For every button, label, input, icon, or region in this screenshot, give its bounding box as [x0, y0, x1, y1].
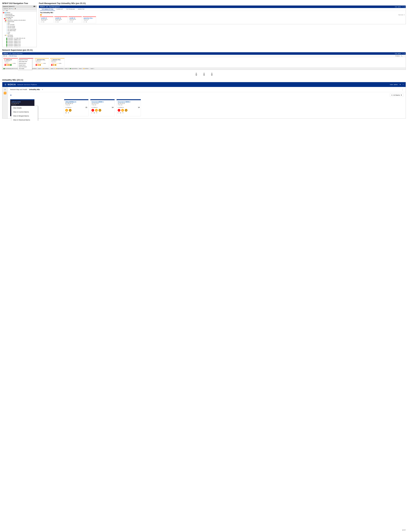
tree-item-card-2[interactable]: ⬤ ⚙ Card Slot - 2 (EMPTY), OK — [3, 39, 36, 41]
ns-menu-icon[interactable]: ☰ — [3, 55, 5, 57]
circle-icon: ☺ — [56, 21, 57, 22]
tree-item-isa-tunnel[interactable]: 📄 ISA-Tunnel Groups — [3, 28, 36, 30]
tree-item-fwnes[interactable]: ⬤ ▶ 📁 FW NEs — [3, 18, 36, 19]
ns-more-icon[interactable]: ⋮ — [403, 55, 405, 57]
ns-layout-icon[interactable]: ≡ — [399, 55, 400, 57]
ns-back-btn[interactable]: ← 7750 SR Group — [8, 55, 17, 57]
ne-card-4[interactable]: Assurance-MDM-2 16.16.16.16 7750 SR # of… — [117, 99, 141, 116]
ne-card-2-header — [64, 99, 88, 100]
subheader-more-icon[interactable]: ⋮ — [401, 88, 403, 91]
ctx-view-current-alarms[interactable]: View in Current Alarms — [11, 110, 38, 114]
ns-sort-icon[interactable]: ⇅ — [396, 55, 397, 57]
ctx-view-details[interactable]: View Details — [11, 106, 38, 110]
tree-item-gms[interactable]: 📄 GMs — [3, 23, 36, 24]
side-nav-home-icon[interactable]: ⌂ — [4, 88, 6, 91]
ns-window: NOKIA NSP Network Supervision User: admi… — [2, 52, 406, 70]
ne-alarm-M-4: M — [121, 109, 124, 112]
tree-item-isa-aa[interactable]: 📄 ISA-AA Groups — [3, 24, 36, 26]
ne-card-2-metric-value: 21 — [85, 106, 87, 108]
breadcrumb-unhealthy-nes[interactable]: Unhealthy NEs — [29, 89, 40, 90]
app-body: ⌂ 🔽 Network Map and Health Unhealthy NEs… — [2, 87, 406, 119]
side-nav-filter-icon[interactable]: 🔽 — [4, 92, 7, 94]
ctx-open-ne-session[interactable]: Open NE Session — [18, 66, 32, 68]
nfm-section: NFM-P GUI Navigation Tree Equipment: Net… — [2, 2, 37, 47]
ns-card-1[interactable]: mt0G1L4A40 92.168.26.50 7750 5d-7 12 (91… — [3, 58, 18, 67]
ns-search-icon[interactable]: 🔍 — [401, 55, 402, 57]
tree-item-logical-groups[interactable]: ▶ 📁 Logical Groups — [3, 21, 36, 23]
fm-card-1[interactable]: sim169_45 38.120.169.45 7MAN XRS # ☺ ⊕ — [40, 17, 53, 23]
tree-item-preprovisioned[interactable]: 📄 Pre-Provisioned NEs — [3, 15, 36, 17]
ns-header-left: NOKIA NSP Network Supervision — [3, 53, 23, 54]
tree-item-network[interactable]: ⬤ ▶ 🌐 Network — [3, 12, 36, 14]
ne-alarm-m-2: m — [69, 109, 71, 112]
tree-item-7450[interactable]: ⬤ ⚙ 7450-ESS12, sim169_45, 38.120.169.45 — [3, 19, 36, 21]
fm-page-title: Top Unhealthy NEs — [40, 12, 405, 13]
fm-card-4[interactable]: gmanchan-nfmp... 11.11.11.11 7741 CO # ☺… — [83, 17, 96, 23]
ne-card-2-metric-label: # of Alarms — [65, 107, 71, 108]
fm-help-icon[interactable]: ? — [402, 6, 403, 8]
ctx-view-details[interactable]: View Details — [18, 68, 32, 69]
tree-item-aps-routes[interactable]: ▶ 📁 APS Routes — [3, 34, 36, 36]
ns-help-icon[interactable]: ? — [402, 53, 403, 54]
ne-card-3-header — [90, 99, 115, 100]
fm-tab-problems[interactable]: TOP PROBLEMS — [65, 8, 76, 11]
ne-card-3[interactable]: AssuranceMDM-1 15.15.15.15 7750 SR # of … — [90, 99, 115, 116]
tree-item-card-6[interactable]: ⬤ ⚙ Card Slot - 6 (EMPTY), OK — [3, 45, 36, 47]
tree-item-card-5[interactable]: ⬤ ⚙ Card Slot - 5 (EMPTY), OK — [3, 43, 36, 45]
tree-item-unmanaged[interactable]: 📄 Unmanaged NEs — [3, 17, 36, 18]
hamburger-icon[interactable]: ☰ — [5, 83, 6, 86]
tree-item-isa-video[interactable]: 📄 ISA-Video Groups — [3, 30, 36, 32]
tree-item-card-3[interactable]: ⬤ ⚙ Card Slot - 3 (EMPTY), OK — [3, 41, 36, 42]
tree-item-discovered[interactable]: 📄 Discovered NEs — [3, 14, 36, 15]
filter-add-icon[interactable]: ⊕ — [10, 94, 12, 96]
ns-group-icon[interactable]: ⊞ — [398, 55, 399, 57]
breadcrumb-dropdown-icon[interactable]: ▼ — [42, 89, 43, 90]
ne-card-2[interactable]: ottkan600March 92.168.96.32 7750 SR # of… — [64, 99, 88, 116]
fm-grid-icon[interactable]: ⊞ — [404, 6, 405, 8]
ctx-view-merged-alarms[interactable]: View in Merged Alarms — [11, 114, 38, 118]
ne-card-1-wrapper: mtiKirki.dA40 92.168.96.50 7750 SR MORE.… — [10, 99, 34, 116]
fm-tab-unhealthy[interactable]: TOP UNHEALTHY NEs — [40, 8, 55, 11]
fm-card-2[interactable]: sim169_85 38.120.169.85 7MAN XRS # ☺ ⊕ — [54, 17, 68, 23]
ns-card-3-stats: 1 (17%) 55 (82%) 0 (0%) — [35, 63, 48, 64]
ns-view-icon[interactable]: ⊡ — [6, 55, 7, 57]
fm-expand-icon[interactable]: ≡ — [404, 14, 405, 16]
tree-item-card-7[interactable]: ⬤ ⚙ Card Slot - 7 (EMPTY), OK — [3, 47, 36, 47]
user-dropdown-icon[interactable]: ▼ — [400, 84, 401, 86]
ns-card-4[interactable]: gmanchan-nfmp... 12.12.12.12 7750-SR12 1… — [50, 58, 65, 67]
tree-item-isa-lns[interactable]: 📄 ISA-LNS Groups — [3, 26, 36, 27]
fm-filter-icon[interactable]: 🔽 — [40, 14, 42, 16]
ns-card-3[interactable]: gmanchan-nfmp... 11.11.11.11 7750-SR12 1… — [34, 58, 49, 67]
fm-card-2-name: sim169_85 — [55, 17, 67, 19]
ctx-add-match-view[interactable]: Add to Match View — [18, 61, 32, 62]
ctx-view-historical-alarms[interactable]: View in Historical Alarms — [11, 118, 38, 121]
ns-grid-icon[interactable]: ⊞ — [404, 53, 405, 54]
ne-alarm-counts-4: 1 11 0 — [118, 112, 140, 114]
ctx-historical-alarms[interactable]: Historical Alarms — [18, 62, 32, 64]
fm-tab-inspector[interactable]: INSPECTOR — [76, 8, 86, 11]
tree-item-isa-nat[interactable]: 📄 ISA-NAT Groups — [3, 27, 36, 28]
ctx-equipment-inventory[interactable]: Equipment Inventory — [18, 59, 32, 61]
fm-card-3[interactable]: sim169_44 38.120.169.44 7741 CO # ☺ ⊕ — [68, 17, 82, 23]
fm-total-active-label: Total Active — [398, 14, 403, 16]
fm-tab-alarms[interactable]: ALARM LIST — [55, 8, 65, 11]
ns-card-4-icons: C M m — [51, 64, 63, 66]
ctx-merged-alarms[interactable]: Merged Alarms — [18, 64, 32, 66]
tree-item-lags[interactable]: 📄 LAGs — [3, 32, 36, 33]
breadcrumb-network-map[interactable]: Network Map and Health — [10, 89, 27, 90]
nfm-toolbar-select[interactable]: Equipment — [3, 8, 10, 9]
ns-module-label: Network Supervision — [12, 53, 23, 54]
ne-card-3-ip: 15.15.15.15 — [92, 103, 113, 104]
tree-item-aps-groups[interactable]: 📄 APS Groups — [3, 36, 36, 38]
ne-card-4-type: 7750 SR — [118, 104, 140, 106]
alarms-dropdown[interactable]: ≡ # of Alarms ▼ — [390, 94, 404, 97]
tree-item-card-1[interactable]: ⬤ ⚙ Card Slot - 1 (2 x MDA-XIM-4, E), OK — [3, 38, 36, 39]
nfm-window-controls[interactable]: ⬜ ⬛ ✕ — [32, 6, 36, 7]
ne-alarm-counts-2: 21 0 — [65, 112, 87, 114]
tree-item-card-4[interactable]: ⬤ ⚙ Card Slot - 4 (EMPTY), OK — [3, 42, 36, 43]
help-icon[interactable]: ? — [403, 84, 403, 86]
ns-card-3-ip: 11.11.11.11 — [35, 60, 48, 61]
hash-icon: # — [41, 21, 42, 22]
tree-item-pics[interactable]: 📄 PICs — [3, 33, 36, 34]
tree-expand[interactable]: ▶ — [4, 12, 5, 14]
